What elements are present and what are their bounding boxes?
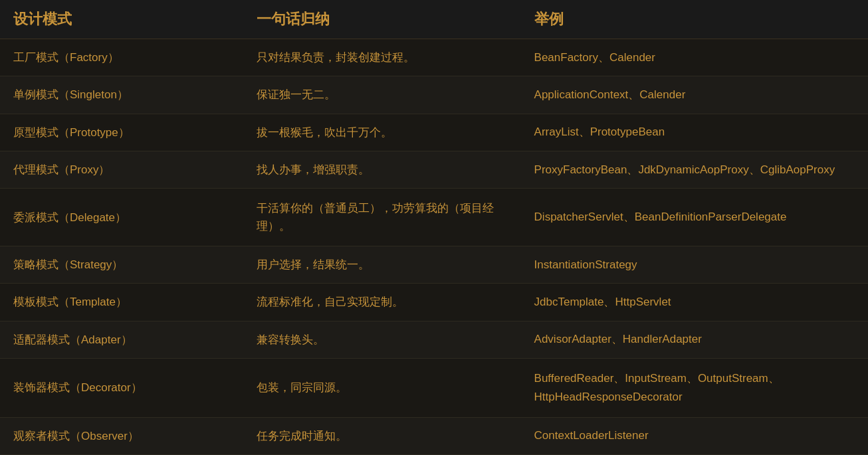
- summary-cell: 包装，同宗同源。: [243, 359, 521, 418]
- table-row: 装饰器模式（Decorator）包装，同宗同源。BufferedReader、I…: [0, 359, 868, 418]
- examples-cell: ContextLoaderListener: [521, 417, 868, 454]
- summary-cell: 只对结果负责，封装创建过程。: [243, 39, 521, 76]
- pattern-cell: 观察者模式（Observer）: [0, 417, 243, 454]
- examples-cell: InstantiationStrategy: [521, 246, 868, 283]
- pattern-cell: 工厂模式（Factory）: [0, 39, 243, 76]
- header-summary: 一句话归纳: [243, 0, 521, 39]
- pattern-cell: 模板模式（Template）: [0, 284, 243, 321]
- pattern-cell: 策略模式（Strategy）: [0, 246, 243, 283]
- summary-cell: 干活算你的（普通员工），功劳算我的（项目经理）。: [243, 189, 521, 246]
- pattern-cell: 代理模式（Proxy）: [0, 151, 243, 189]
- table-row: 适配器模式（Adapter）兼容转换头。AdvisorAdapter、Handl…: [0, 321, 868, 358]
- examples-cell: ProxyFactoryBean、JdkDynamicAopProxy、Cgli…: [521, 151, 868, 189]
- examples-cell: AdvisorAdapter、HandlerAdapter: [521, 321, 868, 358]
- summary-cell: 找人办事，增强职责。: [243, 151, 521, 189]
- header-examples: 举例: [521, 0, 868, 39]
- pattern-cell: 装饰器模式（Decorator）: [0, 359, 243, 418]
- pattern-cell: 委派模式（Delegate）: [0, 189, 243, 246]
- header-pattern: 设计模式: [0, 0, 243, 39]
- table-row: 代理模式（Proxy）找人办事，增强职责。ProxyFactoryBean、Jd…: [0, 151, 868, 189]
- examples-cell: JdbcTemplate、HttpServlet: [521, 284, 868, 321]
- examples-cell: ApplicationContext、Calender: [521, 76, 868, 114]
- table-row: 策略模式（Strategy）用户选择，结果统一。InstantiationStr…: [0, 246, 868, 283]
- table-row: 模板模式（Template）流程标准化，自己实现定制。JdbcTemplate、…: [0, 284, 868, 321]
- examples-cell: DispatcherServlet、BeanDefinitionParserDe…: [521, 189, 868, 246]
- summary-cell: 任务完成时通知。: [243, 417, 521, 454]
- table-row: 单例模式（Singleton）保证独一无二。ApplicationContext…: [0, 76, 868, 114]
- table-row: 委派模式（Delegate）干活算你的（普通员工），功劳算我的（项目经理）。Di…: [0, 189, 868, 246]
- table-row: 原型模式（Prototype）拔一根猴毛，吹出千万个。ArrayList、Pro…: [0, 114, 868, 151]
- summary-cell: 流程标准化，自己实现定制。: [243, 284, 521, 321]
- examples-cell: BufferedReader、InputStream、OutputStream、…: [521, 359, 868, 418]
- examples-cell: ArrayList、PrototypeBean: [521, 114, 868, 151]
- summary-cell: 用户选择，结果统一。: [243, 246, 521, 283]
- design-patterns-table: 设计模式 一句话归纳 举例 工厂模式（Factory）只对结果负责，封装创建过程…: [0, 0, 868, 455]
- table-row: 工厂模式（Factory）只对结果负责，封装创建过程。BeanFactory、C…: [0, 39, 868, 76]
- summary-cell: 兼容转换头。: [243, 321, 521, 358]
- summary-cell: 拔一根猴毛，吹出千万个。: [243, 114, 521, 151]
- pattern-cell: 单例模式（Singleton）: [0, 76, 243, 114]
- main-container: 设计模式 一句话归纳 举例 工厂模式（Factory）只对结果负责，封装创建过程…: [0, 0, 868, 455]
- examples-cell: BeanFactory、Calender: [521, 39, 868, 76]
- pattern-cell: 原型模式（Prototype）: [0, 114, 243, 151]
- pattern-cell: 适配器模式（Adapter）: [0, 321, 243, 358]
- table-row: 观察者模式（Observer）任务完成时通知。ContextLoaderList…: [0, 417, 868, 454]
- summary-cell: 保证独一无二。: [243, 76, 521, 114]
